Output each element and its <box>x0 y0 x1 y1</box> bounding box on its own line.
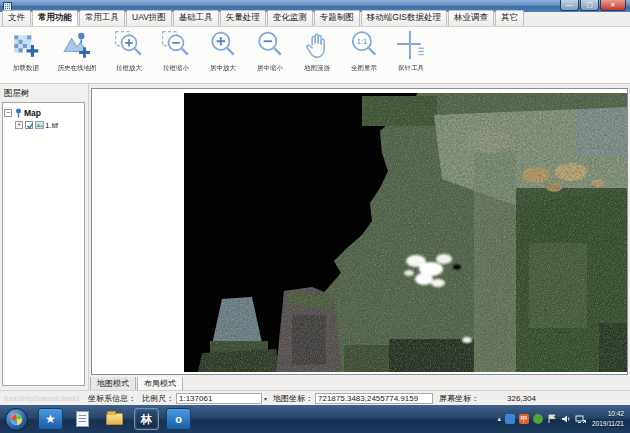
load-data-button[interactable]: 加载数据 <box>2 29 49 81</box>
box-zoom-out-button[interactable]: 拉框缩小 <box>152 29 199 81</box>
map-coord-label: 地图坐标： <box>273 393 313 404</box>
full-extent-button[interactable]: 1:1 全图显示 <box>340 29 387 81</box>
minimize-button[interactable]: — <box>560 0 579 11</box>
taskbar-clock[interactable]: 10:42 2019/11/21 <box>592 409 624 429</box>
box-zoom-in-icon <box>114 30 144 60</box>
tool-label: 探针工具 <box>398 63 424 72</box>
tab-mobile-gis-data[interactable]: 移动端GIS数据处理 <box>361 10 447 26</box>
tab-forestry-survey[interactable]: 林业调查 <box>448 10 494 26</box>
tool-label: 居中放大 <box>210 63 236 72</box>
star-icon: ★ <box>45 412 56 426</box>
layer-panel: 图层树 − Map + <box>0 84 89 390</box>
main-area: 图层树 − Map + <box>0 84 630 390</box>
tree-node-label: Map <box>24 108 41 118</box>
speaker-icon[interactable] <box>561 414 571 424</box>
expand-icon[interactable]: + <box>15 121 23 129</box>
taskbar-star-app[interactable]: ★ <box>38 408 63 430</box>
scale-combobox[interactable]: 1:137061 <box>176 393 262 404</box>
toolbar: 加载数据 历史在线地图 拉框放大 <box>0 27 630 84</box>
map-pin-icon <box>14 108 23 118</box>
probe-tool-icon <box>396 30 426 60</box>
tab-change-detection[interactable]: 变化监测 <box>267 10 313 26</box>
clock-date: 2019/11/21 <box>592 419 624 429</box>
coord-system-label: 坐标系信息： <box>88 393 136 404</box>
tool-label: 居中缩小 <box>257 63 283 72</box>
network-icon[interactable] <box>575 414 586 424</box>
tree-node-map[interactable]: − Map <box>4 107 83 119</box>
taskbar-forestry-gis-app[interactable]: 林 <box>134 408 159 430</box>
raster-layer-icon <box>35 121 44 129</box>
app-window: — ▢ ✕ 文件 常用功能 常用工具 UAV拼图 基础工具 矢量处理 变化监测 … <box>0 0 630 433</box>
screen-coord-value: 326,304 <box>507 394 536 403</box>
windows-logo-icon <box>11 414 22 425</box>
tool-label: 地图漫游 <box>304 63 330 72</box>
svg-text:1:1: 1:1 <box>356 37 366 46</box>
tab-basic-tools[interactable]: 基础工具 <box>173 10 219 26</box>
tab-common-functions[interactable]: 常用功能 <box>32 10 78 26</box>
ribbon-tab-bar: 文件 常用功能 常用工具 UAV拼图 基础工具 矢量处理 变化监测 专题制图 移… <box>0 12 630 27</box>
o-app-icon: o <box>175 413 182 425</box>
tab-other[interactable]: 其它 <box>495 10 524 26</box>
collapse-icon[interactable]: − <box>4 109 12 117</box>
close-button[interactable]: ✕ <box>600 0 626 11</box>
tool-label: 拉框缩小 <box>163 63 189 72</box>
center-zoom-out-icon <box>255 30 285 60</box>
center-zoom-in-icon <box>208 30 238 60</box>
taskbar-document-app[interactable] <box>70 408 95 430</box>
taskbar-o-app[interactable]: o <box>166 408 191 430</box>
system-tray: ▴ 甲 10:42 2019/11/21 <box>497 405 628 433</box>
pan-hand-icon <box>302 30 332 60</box>
screen-coord-label: 屏幕坐标： <box>439 393 479 404</box>
forestry-app-icon: 林 <box>141 412 152 427</box>
start-button[interactable] <box>5 408 28 431</box>
tree-node-layer[interactable]: + 1.tif <box>15 119 83 131</box>
tray-green-app-icon[interactable] <box>533 414 543 424</box>
clock-time: 10:42 <box>592 409 624 419</box>
status-placeholder-label: toolStripStatusLabel1 <box>4 394 82 403</box>
map-coord-value: 721875.3483,2455774.9159 <box>315 393 433 404</box>
layer-tree[interactable]: − Map + 1.tif <box>2 102 85 386</box>
layer-panel-title: 图层树 <box>0 84 88 102</box>
history-online-map-icon <box>62 30 92 60</box>
history-online-map-button[interactable]: 历史在线地图 <box>49 29 105 81</box>
center-zoom-out-button[interactable]: 居中缩小 <box>246 29 293 81</box>
probe-tool-button[interactable]: 探针工具 <box>387 29 434 81</box>
scale-dropdown-arrow-icon[interactable]: ▾ <box>264 395 267 402</box>
tree-node-label: 1.tif <box>45 121 58 130</box>
tab-uav-mosaic[interactable]: UAV拼图 <box>126 10 172 26</box>
load-data-icon <box>11 30 41 60</box>
map-pan-button[interactable]: 地图漫游 <box>293 29 340 81</box>
status-bar: toolStripStatusLabel1 坐标系信息： 比例尺： 1:1370… <box>0 390 630 405</box>
satellite-raster[interactable] <box>184 93 627 372</box>
tray-blue-app-icon[interactable] <box>505 414 515 424</box>
taskbar-folder-app[interactable] <box>102 408 127 430</box>
box-zoom-out-icon <box>161 30 191 60</box>
box-zoom-in-button[interactable]: 拉框放大 <box>105 29 152 81</box>
tab-file[interactable]: 文件 <box>2 10 31 26</box>
center-zoom-in-button[interactable]: 居中放大 <box>199 29 246 81</box>
tab-thematic-mapping[interactable]: 专题制图 <box>314 10 360 26</box>
tray-orange-app-icon[interactable]: 甲 <box>519 414 529 424</box>
tool-label: 历史在线地图 <box>58 63 97 72</box>
map-wrap: 地图模式 布局模式 <box>90 84 630 390</box>
tab-common-tools[interactable]: 常用工具 <box>79 10 125 26</box>
full-extent-icon: 1:1 <box>349 30 379 60</box>
document-icon <box>76 411 89 427</box>
windows-taskbar: ★ 林 o ▴ 甲 10:42 2019/11/21 <box>0 405 630 433</box>
folder-icon <box>106 413 123 425</box>
maximize-button[interactable]: ▢ <box>580 0 599 11</box>
show-hidden-icons-button[interactable]: ▴ <box>497 415 501 423</box>
scale-label: 比例尺： <box>142 393 174 404</box>
flag-icon[interactable] <box>547 414 557 424</box>
tool-label: 全图显示 <box>351 63 377 72</box>
tool-label: 拉框放大 <box>116 63 142 72</box>
tab-vector-processing[interactable]: 矢量处理 <box>220 10 266 26</box>
tool-label: 加载数据 <box>13 63 39 72</box>
map-canvas[interactable] <box>91 88 628 375</box>
layer-visibility-checkbox[interactable] <box>25 121 33 129</box>
